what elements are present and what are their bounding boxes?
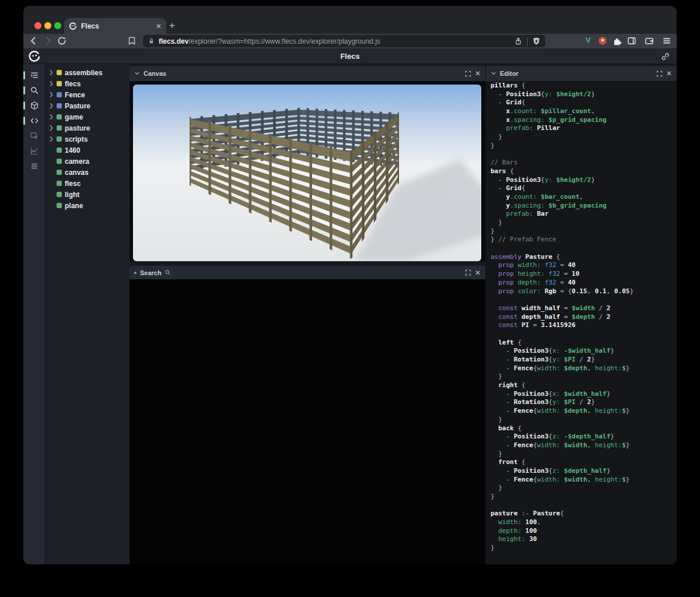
- sidebar-toggle-icon[interactable]: [626, 36, 637, 46]
- browser-toolbar: flecs.dev/explorer/?wasm=https://www.fle…: [23, 34, 677, 48]
- tab-strip: Flecs ✕ +: [23, 6, 677, 34]
- divider: |: [526, 36, 528, 47]
- vue-devtools-icon[interactable]: V: [586, 36, 591, 44]
- rail-canvas-select-button[interactable]: [23, 128, 46, 143]
- tree-item-plane[interactable]: plane: [46, 200, 130, 211]
- expand-chevron-icon[interactable]: ❯: [49, 114, 54, 120]
- browser-tab[interactable]: Flecs ✕: [64, 18, 166, 34]
- code-line: const depth_half = $depth / 2: [491, 313, 677, 322]
- stacked-rows-icon: [30, 161, 39, 171]
- collapsed-indicator-icon[interactable]: [134, 272, 136, 274]
- tree-item-pasture[interactable]: ❯pasture: [46, 122, 130, 134]
- forward-icon[interactable]: [43, 36, 53, 46]
- chevron-down-icon[interactable]: [491, 71, 496, 76]
- tree-item-label: pasture: [65, 124, 90, 132]
- new-tab-button[interactable]: +: [169, 20, 175, 31]
- active-indicator: [23, 86, 25, 94]
- reload-icon[interactable]: [57, 36, 67, 46]
- close-window-button[interactable]: [34, 22, 41, 29]
- search-glass-icon: [164, 269, 171, 276]
- code-line: [491, 330, 677, 339]
- expand-chevron-icon[interactable]: ❯: [49, 103, 54, 108]
- extensions-puzzle-icon[interactable]: [612, 36, 622, 46]
- expand-chevron-icon[interactable]: ❯: [49, 125, 54, 131]
- tree-item-light[interactable]: light: [46, 189, 130, 200]
- code-line: pasture :- Pasture{: [491, 510, 677, 518]
- code-line: - Position3{x: -$width_half}: [491, 347, 677, 356]
- rail-query-search-button[interactable]: [23, 83, 46, 98]
- code-line: prop depth: f32 = 40: [491, 279, 677, 287]
- search-panel-body[interactable]: [130, 279, 485, 564]
- fullscreen-icon[interactable]: [465, 71, 471, 77]
- code-editor[interactable]: pillars { - Position3{y: $height/2} - Gr…: [486, 81, 677, 564]
- code-line: const width_half = $width / 2: [491, 304, 677, 313]
- entity-tree-panel: ❯assemblies❯flecs❯Fence❯Pasture❯game❯pas…: [46, 64, 130, 564]
- code-line: height: 30: [491, 535, 677, 544]
- rail-stats-button[interactable]: [23, 143, 46, 159]
- tree-item-label: scripts: [65, 135, 88, 143]
- code-line: x.count: $pillar_count,: [491, 107, 677, 116]
- url-text: flecs.dev/explorer/?wasm=https://www.fle…: [159, 37, 514, 45]
- code-line: - Fence{width: $width, height:$}: [491, 476, 677, 484]
- tree-item-camera[interactable]: camera: [46, 156, 130, 167]
- share-link-icon[interactable]: [660, 52, 670, 61]
- minimize-window-button[interactable]: [44, 22, 51, 29]
- url-bar[interactable]: flecs.dev/explorer/?wasm=https://www.fle…: [143, 35, 545, 47]
- code-line: }: [491, 219, 677, 227]
- close-icon[interactable]: ✕: [666, 70, 672, 77]
- tree-item-label: canvas: [65, 168, 89, 177]
- close-icon[interactable]: ✕: [475, 269, 481, 276]
- rail-entities-button[interactable]: [23, 98, 46, 113]
- code-line: // Bars: [491, 159, 677, 167]
- tree-item-flecs[interactable]: ❯flecs: [46, 78, 130, 89]
- chevron-down-icon[interactable]: [134, 71, 140, 76]
- brave-shield-icon[interactable]: [532, 37, 541, 45]
- rail-tables-button[interactable]: [23, 159, 46, 174]
- tab-close-icon[interactable]: ✕: [156, 22, 162, 30]
- tree-item-canvas[interactable]: canvas: [46, 167, 130, 178]
- tree-item-label: Pasture: [65, 102, 90, 110]
- tree-item-label: game: [65, 113, 83, 121]
- code-line: - Position3{y: $height/2}: [491, 90, 677, 99]
- entity-kind-swatch: [57, 203, 62, 208]
- fullscreen-icon[interactable]: [465, 269, 471, 276]
- back-icon[interactable]: [29, 36, 39, 46]
- rail-entity-tree-button[interactable]: [23, 68, 46, 83]
- code-line: pillars {: [491, 82, 677, 90]
- tree-item-assemblies[interactable]: ❯assemblies: [46, 67, 130, 78]
- tree-item-Fence[interactable]: ❯Fence: [46, 89, 130, 100]
- fullscreen-icon[interactable]: [656, 71, 663, 77]
- tree-item-flesc[interactable]: flesc: [46, 178, 130, 189]
- render-shape: [190, 117, 191, 186]
- code-line: [491, 501, 677, 510]
- expand-chevron-icon[interactable]: ❯: [49, 81, 54, 86]
- code-line: - Position3{z: $depth_half}: [491, 467, 677, 476]
- wallet-icon[interactable]: [644, 36, 654, 46]
- code-line: back {: [491, 424, 677, 433]
- close-icon[interactable]: ✕: [475, 70, 481, 77]
- share-icon[interactable]: [514, 37, 523, 45]
- extension-badge-icon[interactable]: [597, 36, 608, 46]
- tree-item-scripts[interactable]: ❯scripts: [46, 134, 130, 145]
- desktop: Flecs ✕ +: [0, 0, 700, 597]
- bookmark-icon[interactable]: [127, 36, 137, 46]
- zoom-window-button[interactable]: [54, 22, 61, 29]
- expand-chevron-icon[interactable]: ❯: [49, 136, 54, 142]
- code-line: }: [491, 450, 677, 459]
- entity-kind-swatch: [57, 81, 62, 86]
- code-line: assembly Pasture {: [491, 253, 677, 262]
- render-shape: [362, 140, 365, 242]
- editor-column: Editor ✕ pillars { - Position3{y: $heigh…: [485, 64, 677, 564]
- render-shape: [208, 121, 211, 195]
- expand-chevron-icon[interactable]: ❯: [49, 92, 54, 97]
- tree-item-1460[interactable]: 1460: [46, 145, 130, 156]
- menu-hamburger-icon[interactable]: [662, 36, 672, 46]
- expand-chevron-icon[interactable]: ❯: [49, 70, 54, 75]
- rail-script-editor-button[interactable]: [23, 113, 46, 128]
- tree-item-game[interactable]: ❯game: [46, 111, 130, 122]
- canvas-3d-viewport[interactable]: [130, 81, 485, 261]
- tree-item-label: plane: [65, 202, 83, 210]
- render-shape: [351, 149, 352, 259]
- tree-item-Pasture[interactable]: ❯Pasture: [46, 100, 130, 111]
- code-line: } // Prefab Fence: [491, 236, 677, 244]
